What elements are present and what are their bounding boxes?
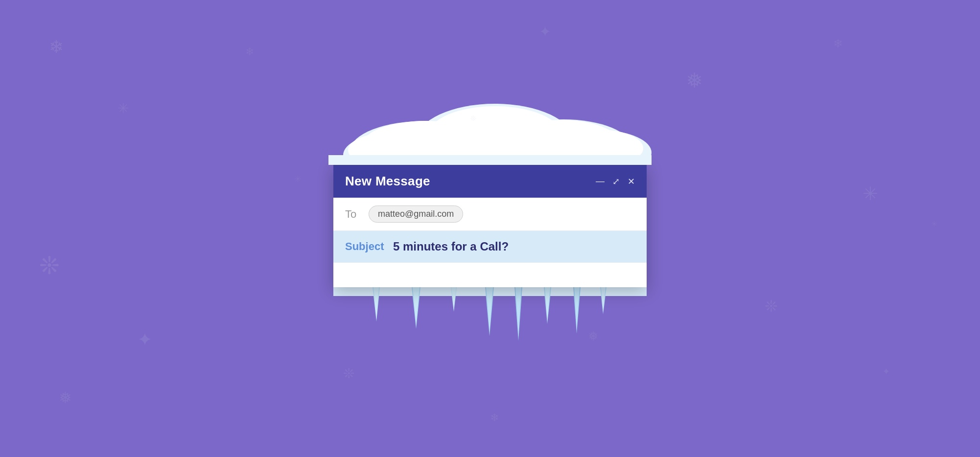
snowflake-0: ❄ <box>49 37 64 57</box>
snowflake-2: ❊ <box>39 251 60 280</box>
svg-marker-17 <box>451 287 456 310</box>
window-header: New Message — ⤢ ✕ <box>333 165 647 198</box>
center-content: New Message — ⤢ ✕ To matteo@gmail.com Su… <box>328 101 652 346</box>
svg-marker-15 <box>413 287 420 325</box>
email-window: New Message — ⤢ ✕ To matteo@gmail.com Su… <box>333 165 647 287</box>
subject-label: Subject <box>345 240 384 253</box>
to-row: To matteo@gmail.com <box>333 198 647 231</box>
minimize-button[interactable]: — <box>596 176 605 186</box>
snowflake-8: ✦ <box>539 23 551 40</box>
window-body: To matteo@gmail.com Subject 5 minutes fo… <box>333 198 647 287</box>
email-body-area[interactable] <box>333 263 647 287</box>
snowflake-12: ❊ <box>765 297 778 316</box>
to-email-chip[interactable]: matteo@gmail.com <box>369 206 463 223</box>
close-button[interactable]: ✕ <box>628 176 635 187</box>
to-label: To <box>345 208 361 221</box>
subject-value: 5 minutes for a Call? <box>393 240 509 253</box>
snowflake-7: ❊ <box>343 366 354 382</box>
snowflake-10: ❄ <box>833 37 843 50</box>
snowflake-13: ✦ <box>882 366 890 377</box>
snowflake-3: ✦ <box>137 329 153 350</box>
snowflake-15: ❄ <box>490 411 499 424</box>
cloud-top <box>328 101 652 165</box>
snowflake-11: ✳ <box>863 183 878 205</box>
snowflake-17: ❊ <box>470 114 476 122</box>
icicles <box>333 287 647 346</box>
snowflake-9: ❅ <box>686 69 703 92</box>
maximize-button[interactable]: ⤢ <box>612 176 620 187</box>
snowflake-1: ✳ <box>117 100 129 116</box>
svg-rect-10 <box>328 155 652 165</box>
snowflake-6: ✳ <box>294 174 302 184</box>
subject-row: Subject 5 minutes for a Call? <box>333 231 647 263</box>
snowflake-5: ❄ <box>245 46 254 58</box>
snowflake-4: ❅ <box>59 388 72 407</box>
window-title: New Message <box>345 174 430 189</box>
window-controls: — ⤢ ✕ <box>596 176 635 187</box>
snowflake-14: ❅ <box>588 329 599 344</box>
svg-marker-19 <box>486 287 493 332</box>
snowflake-16: ✳ <box>931 219 937 228</box>
